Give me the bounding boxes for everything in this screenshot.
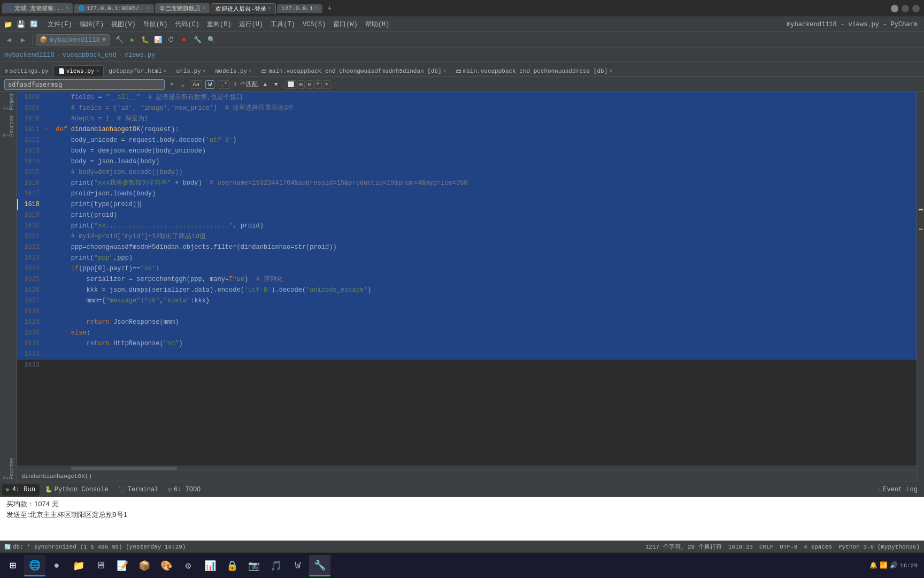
- browser-tab-2[interactable]: 🌐 127.0.0.1:8085/chong... ×: [74, 4, 154, 13]
- toolbar-run-icon[interactable]: ▶: [127, 34, 138, 46]
- search-regex-btn[interactable]: .*: [218, 80, 230, 89]
- taskbar-chart[interactable]: 📊: [199, 555, 221, 576]
- browser-tab-3[interactable]: 辛巴宠物旗舰店 ×: [155, 3, 210, 13]
- menu-vcs[interactable]: VCS(S): [299, 20, 329, 29]
- menu-help[interactable]: 帮助(H): [362, 19, 393, 30]
- breadcrumb-file[interactable]: views.py: [125, 51, 156, 59]
- horizontal-scrollbar[interactable]: [17, 466, 917, 470]
- taskbar-word[interactable]: W: [287, 555, 309, 576]
- file-tab-settings[interactable]: ⚙ settings.py: [0, 65, 53, 77]
- gotopay-close[interactable]: ×: [164, 69, 167, 74]
- search-btn-2[interactable]: ⊞: [297, 80, 305, 89]
- code-lines[interactable]: 1608 fields = "__all__" # 是否显示所有数据,也是个接口…: [17, 92, 917, 466]
- toolbar-build-icon[interactable]: 🔨: [114, 34, 126, 46]
- bottom-tab-eventlog[interactable]: ⚠ Event Log: [873, 484, 922, 496]
- taskbar-notepad[interactable]: 📝: [112, 555, 133, 576]
- breadcrumb-module[interactable]: vueappback_end: [63, 51, 117, 59]
- menu-tools[interactable]: 工具(T): [267, 19, 298, 30]
- search-match-case-btn[interactable]: Aa: [190, 80, 202, 89]
- right-gutter[interactable]: [917, 92, 924, 482]
- tab-close-4[interactable]: ×: [268, 6, 271, 12]
- window-maximize[interactable]: [902, 5, 909, 12]
- search-close-btn[interactable]: ×: [168, 81, 176, 88]
- tray-notifications[interactable]: 🔔: [869, 561, 877, 569]
- taskbar-paint[interactable]: 🎨: [156, 555, 177, 576]
- tab-close-5[interactable]: ×: [315, 5, 318, 11]
- tray-wifi[interactable]: 📶: [880, 561, 888, 569]
- menu-window[interactable]: 窗口(W): [330, 19, 361, 30]
- menu-refactor[interactable]: 重构(R): [204, 19, 235, 30]
- file-tab-db2[interactable]: 🗃 main.vueappback_end_pcchonwuuaddress […: [451, 65, 618, 77]
- taskbar-music[interactable]: 🎵: [265, 555, 287, 576]
- breadcrumb-project[interactable]: mybackend1118: [4, 51, 55, 59]
- search-word-btn[interactable]: W: [205, 80, 214, 89]
- taskbar-monitor[interactable]: 🖥: [90, 555, 111, 576]
- db1-close[interactable]: ×: [443, 69, 446, 74]
- menu-file[interactable]: 文件(F): [44, 19, 75, 30]
- toolbar-sync-icon[interactable]: 🔄: [28, 19, 40, 31]
- bottom-tab-python-console[interactable]: 🐍 Python Console: [41, 484, 113, 496]
- taskbar-camera[interactable]: 📷: [243, 555, 265, 576]
- menu-run[interactable]: 运行(U): [236, 19, 267, 30]
- search-next-btn[interactable]: ▼: [272, 81, 280, 88]
- window-minimize[interactable]: [891, 5, 898, 12]
- taskbar-pycharm[interactable]: 🔧: [309, 555, 330, 576]
- tab-close-1[interactable]: ×: [65, 5, 68, 11]
- file-tab-db1[interactable]: 🗃 main.vueappback_end_choongwuasdfmsdnh5…: [257, 65, 451, 77]
- toolbar-open-icon[interactable]: 📁: [2, 19, 14, 31]
- toolbar-save-icon[interactable]: 💾: [15, 19, 27, 31]
- tray-volume[interactable]: 🔊: [890, 561, 898, 569]
- menu-code[interactable]: 代码(C): [172, 19, 203, 30]
- browser-tab-1[interactable]: 🐾 宠城.宠物猫粮... ×: [2, 3, 73, 13]
- browser-tab-5[interactable]: 127.0.0.1 ×: [277, 4, 322, 13]
- bottom-tab-run[interactable]: ▶ 4: Run: [2, 484, 40, 496]
- toolbar-back-icon[interactable]: ◀: [3, 34, 15, 46]
- search-prev-btn[interactable]: ▲: [261, 81, 269, 88]
- taskbar-explorer[interactable]: 📁: [68, 555, 89, 576]
- sidebar-structure-icon[interactable]: 7: Structure: [1, 111, 16, 137]
- tab-close-3[interactable]: ×: [202, 5, 205, 11]
- toolbar-forward-icon[interactable]: ▶: [17, 34, 29, 46]
- menu-navigate[interactable]: 导航(N): [140, 19, 171, 30]
- file-tab-views[interactable]: 📄 views.py ×: [53, 65, 104, 77]
- models-close[interactable]: ×: [249, 69, 252, 74]
- toolbar-search-icon[interactable]: 🔍: [206, 34, 218, 46]
- menu-edit[interactable]: 编辑(E): [76, 19, 107, 30]
- bottom-tab-terminal[interactable]: ⬛ Terminal: [114, 484, 163, 496]
- taskbar-browser[interactable]: 🌐: [24, 555, 45, 576]
- search-btn-3[interactable]: ⊟: [306, 80, 313, 89]
- toolbar-wrench-icon[interactable]: 🔧: [192, 34, 204, 46]
- search-btn-1[interactable]: ⬜: [286, 80, 296, 89]
- toolbar-profile-icon[interactable]: ⏱: [165, 34, 177, 46]
- search-input[interactable]: [4, 79, 165, 90]
- status-python[interactable]: Python 3.6 (mypython36): [838, 544, 920, 550]
- toolbar-coverage-icon[interactable]: 📊: [152, 34, 164, 46]
- browser-tab-4-active[interactable]: 欢迎进入后台-登录 ×: [211, 3, 276, 14]
- file-tab-urls[interactable]: urls.py ×: [172, 65, 211, 77]
- taskbar-settings[interactable]: ⚙: [178, 555, 199, 576]
- search-history-btn[interactable]: ⌄: [179, 80, 187, 88]
- code-editor[interactable]: 1608 fields = "__all__" # 是否显示所有数据,也是个接口…: [17, 92, 917, 482]
- tab-close-2[interactable]: ×: [147, 5, 150, 11]
- file-tab-gotopay[interactable]: gotopayfor.html ×: [104, 65, 171, 77]
- status-encoding[interactable]: UTF-8: [780, 544, 797, 550]
- new-tab-button[interactable]: +: [324, 3, 336, 14]
- taskbar-start[interactable]: ⊞: [2, 555, 24, 576]
- toolbar-debug-icon[interactable]: 🐛: [140, 34, 151, 46]
- toolbar-stop-icon[interactable]: ■: [178, 34, 190, 46]
- sidebar-project-icon[interactable]: 1: Project: [1, 94, 16, 109]
- urls-close[interactable]: ×: [203, 69, 206, 74]
- sidebar-favorites-icon[interactable]: 2: Favorites: [1, 454, 16, 480]
- search-btn-4[interactable]: ≡: [314, 80, 322, 89]
- file-tab-models[interactable]: models.py ×: [211, 65, 257, 77]
- menu-view[interactable]: 视图(V): [108, 19, 139, 30]
- project-dropdown[interactable]: 📦 mybackend1118 ▼: [36, 34, 110, 45]
- taskbar-package[interactable]: 📦: [134, 555, 155, 576]
- status-indent[interactable]: 4 spaces: [804, 544, 832, 550]
- db2-close[interactable]: ×: [609, 69, 612, 74]
- search-btn-5[interactable]: ⚗: [323, 80, 330, 89]
- status-linesep[interactable]: CRLF: [759, 544, 773, 550]
- taskbar-lock[interactable]: 🔒: [221, 555, 243, 576]
- taskbar-chrome[interactable]: ●: [46, 555, 67, 576]
- status-cursor[interactable]: 1618:23: [728, 544, 753, 550]
